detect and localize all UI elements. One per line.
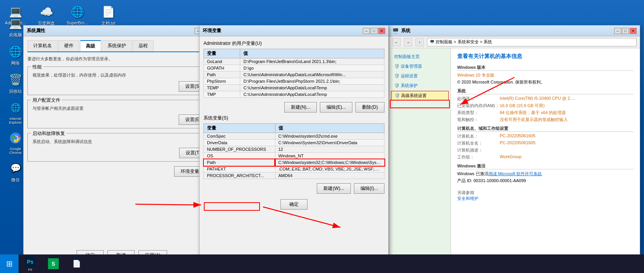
taskbar-s[interactable]: S xyxy=(42,254,65,273)
sys-new-btn[interactable]: 新建(W)... xyxy=(317,183,350,194)
activation-section-title: Windows 激活 xyxy=(457,163,634,169)
env-vars-minimize[interactable]: ─ xyxy=(363,28,370,34)
startup-section: 启动和故障恢复 系统启动、系统故障和调试信息 设置(T)... xyxy=(27,133,216,162)
sys-var-row[interactable]: ComSpecC:\Windows\system32\cmd.exe xyxy=(204,133,384,140)
user-var-row[interactable]: GoLandD:\Program Files\JetBrains\GoLand … xyxy=(204,58,384,65)
user-delete-btn[interactable]: 删除(D) xyxy=(355,102,384,113)
txt-icon: 📄 xyxy=(101,4,116,19)
sys-props-titlebar[interactable]: 系统属性 ─ □ ✕ xyxy=(24,26,220,36)
nav-forward[interactable]: → xyxy=(404,38,412,46)
copyright-row: © 2020 Microsoft Corporation. 保留所有权利。 xyxy=(457,79,634,85)
touch-row: 笔和触控： 没有可用于此显示器的笔或触控输入 xyxy=(457,117,634,123)
doc-icon: 📄 xyxy=(71,258,82,269)
env-vars-maximize[interactable]: □ xyxy=(371,28,378,34)
sys-props-title: 系统属性 xyxy=(27,27,195,34)
sys-var-row[interactable]: PROCESSOR_ARCHITECT...AMD64 xyxy=(204,172,384,179)
sys-info-content: ← → ↑ 🖥️ 控制面板 > 系统和安全 > 系统 控制面板主页 🛡️ 设备管… xyxy=(389,36,640,272)
sys-var-value: AMD64 xyxy=(275,172,384,179)
security-link[interactable]: 安全和维护 xyxy=(457,196,478,201)
ram-label: 已安装的内存(RAM)： xyxy=(457,103,500,109)
user-var-row[interactable]: PathC:\Users\Administrator\AppData\Local… xyxy=(204,72,384,78)
user-vars-title: Administrator 的用户变量(U) xyxy=(203,40,384,47)
address-bar[interactable]: 🖥️ 控制面板 > 系统和安全 > 系统 xyxy=(427,38,637,46)
sys-info-controls: ─ □ ✕ xyxy=(614,28,637,34)
sys-var-value: C:\Windows\system32\cmd.exe xyxy=(275,133,384,140)
sidebar-remote[interactable]: 🛡️ 远程设置 xyxy=(391,72,449,80)
workgroup-row: 工作组： WorkGroup xyxy=(457,154,634,160)
desktop-icon-baidu[interactable]: ☁️ 百度网盘 xyxy=(33,4,60,26)
env-ok-row: 确定 xyxy=(203,199,384,210)
user-var-value: D:\Program Files\JetBrains\PhpStorm 2021… xyxy=(240,78,384,85)
env-ok-btn[interactable]: 确定 xyxy=(280,199,307,210)
sys-edit-btn[interactable]: 编辑(I)... xyxy=(354,183,384,194)
sys-vars-btns: 新建(W)... 编辑(I)... xyxy=(203,183,384,194)
user-var-name: GoLand xyxy=(204,58,240,65)
activation-link[interactable]: 阅读 Microsoft 软件许可条款 xyxy=(489,171,542,177)
user-var-row[interactable]: GOPATHD:\go xyxy=(204,65,384,72)
start-button[interactable]: ⊞ xyxy=(0,254,19,273)
sidebar-sys-protect[interactable]: 🛡️ 系统保护 xyxy=(391,81,449,90)
env-vars-titlebar[interactable]: 环境变量 ─ □ ✕ xyxy=(200,26,388,36)
baidu-icon: ☁️ xyxy=(39,4,54,19)
user-var-row[interactable]: TMPC:\Users\Administrator\AppData\Local\… xyxy=(204,91,384,98)
user-var-value: D:\Program Files\JetBrains\GoLand 2021.1… xyxy=(240,58,384,65)
user-var-value: C:\Users\Administrator\AppData\Local\Mic… xyxy=(240,72,384,78)
sys-info-window: 🖥️ 系统 ─ □ ✕ ← → ↑ 🖥️ 控制面板 > 系统和安全 > 系统 控… xyxy=(389,25,640,273)
tab-remote[interactable]: 远程 xyxy=(133,40,154,51)
taskbar-doc[interactable]: 📄 xyxy=(65,254,88,273)
sys-var-row[interactable]: PATHEXT.COM;.EXE;.BAT;.CMD;.VBS;.VBE;.JS… xyxy=(204,166,384,172)
superbro-icon: 🌐 xyxy=(70,4,85,19)
sys-info-titlebar[interactable]: 🖥️ 系统 ─ □ ✕ xyxy=(389,26,640,36)
touch-label: 笔和触控： xyxy=(457,117,500,123)
systype-value: 64 位操作系统，基于 x64 的处理器 xyxy=(500,110,566,116)
sys-var-value: C:\Windows\System32\Drivers\DriverData xyxy=(275,140,384,146)
sys-var-row[interactable]: OSWindows_NT xyxy=(204,153,384,159)
sys-info-close[interactable]: ✕ xyxy=(630,28,637,34)
sidebar-home[interactable]: 控制面板主页 xyxy=(391,52,449,61)
desktop-icon-txt[interactable]: 📄 文档.txt xyxy=(95,4,122,26)
recycle-label: 回收站 xyxy=(9,89,22,94)
user-var-col-value: 值 xyxy=(240,49,384,58)
env-vars-controls: ─ □ ✕ xyxy=(363,28,385,34)
browser-bar: ← → ↑ 🖥️ 控制面板 > 系统和安全 > 系统 xyxy=(389,36,640,48)
processor-label: 处理器： xyxy=(457,96,500,102)
sys-var-row[interactable]: NUMBER_OF_PROCESSORS12 xyxy=(204,146,384,153)
productid-row: 产品 ID: 00331-10000-00001-AA099 xyxy=(457,178,634,184)
sys-vars-title: 系统变量(S) xyxy=(203,115,384,121)
sys-info-minimize[interactable]: ─ xyxy=(614,28,621,34)
user-var-row[interactable]: TEMPC:\Users\Administrator\AppData\Local… xyxy=(204,85,384,91)
sidebar-device-mgr[interactable]: 🛡️ 设备管理器 xyxy=(391,62,449,71)
sys-var-name: PATHEXT xyxy=(204,166,275,172)
startup-title: 启动和故障恢复 xyxy=(31,130,67,137)
user-new-btn[interactable]: 新建(N)... xyxy=(284,102,317,113)
userprofile-btn-row: 设置(E)... xyxy=(32,114,211,125)
userprofile-desc: 与登录帐户相关的桌面设置 xyxy=(32,106,211,111)
nav-back[interactable]: ← xyxy=(392,38,401,46)
taskbar-ps[interactable]: Ps PS xyxy=(19,254,42,273)
fullname-label: 计算机全名： xyxy=(457,140,500,146)
env-vars-window: 环境变量 ─ □ ✕ Administrator 的用户变量(U) 变量 值 G… xyxy=(199,25,389,273)
user-var-row[interactable]: PhpStormD:\Program Files\JetBrains\PhpSt… xyxy=(204,78,384,85)
ram-value: 16.0 GB (15.9 GB 可用) xyxy=(500,103,545,109)
tab-advanced[interactable]: 高级 xyxy=(80,40,101,51)
chrome-label: GoogleChrome xyxy=(9,147,22,155)
userprofile-title: 用户配置文件 xyxy=(31,97,62,104)
sys-var-value: C:\Windows\system32;C:\Windows;C:\Window… xyxy=(275,159,384,166)
sys-var-row[interactable]: DriverDataC:\Windows\System32\Drivers\Dr… xyxy=(204,140,384,146)
env-vars-close[interactable]: ✕ xyxy=(378,28,385,34)
user-var-name: PhpStorm xyxy=(204,78,240,85)
desktop-icon-superbro[interactable]: 🌐 SuperBro... xyxy=(64,4,91,26)
sys-info-maximize[interactable]: □ xyxy=(622,28,629,34)
taskbar: ⊞ Ps PS S 📄 xyxy=(0,254,644,273)
tab-hardware[interactable]: 硬件 xyxy=(58,40,79,51)
computer-section-title: 计算机名、域和工作组设置 xyxy=(457,126,634,132)
nav-up[interactable]: ↑ xyxy=(415,38,424,46)
user-edit-btn[interactable]: 编辑(E)... xyxy=(320,102,352,113)
tab-computername[interactable]: 计算机名 xyxy=(27,40,58,51)
touch-value: 没有可用于此显示器的笔或触控输入 xyxy=(500,117,568,123)
processor-row: 处理器： Intel(R) Core(TM) i5-10400 CPU @ 2.… xyxy=(457,96,634,102)
ps-label: PS xyxy=(28,268,32,271)
tab-sysprotect[interactable]: 系统保护 xyxy=(102,40,132,51)
sys-var-row[interactable]: PathC:\Windows\system32;C:\Windows;C:\Wi… xyxy=(204,159,384,166)
sidebar-advanced[interactable]: 🛡️ 高级系统设置 xyxy=(391,91,449,101)
